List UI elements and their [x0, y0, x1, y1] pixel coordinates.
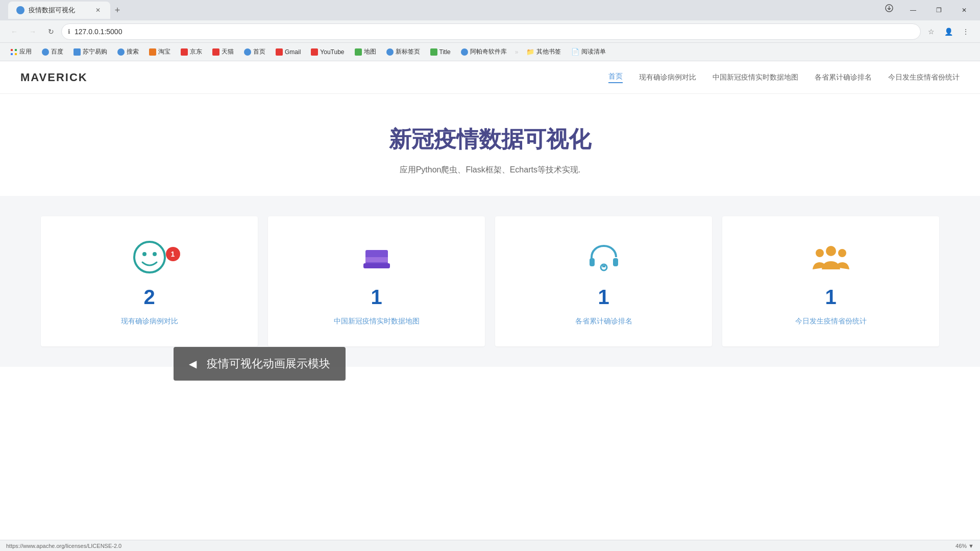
- address-bar[interactable]: ℹ 127.0.0.1:5000: [61, 23, 921, 40]
- bookmark-tianmao[interactable]: 天猫: [208, 45, 238, 58]
- svg-point-5: [134, 242, 165, 272]
- new-tab-button[interactable]: +: [110, 3, 125, 17]
- bookmark-ditu[interactable]: 地图: [351, 45, 380, 58]
- cards-grid: 2 现有确诊病例对比 1: [41, 216, 939, 346]
- bookmark-taobao[interactable]: 淘宝: [145, 45, 175, 58]
- card-ranking-number: 1: [598, 286, 609, 309]
- svg-rect-11: [363, 263, 390, 268]
- bookmark-taobao-label: 淘宝: [158, 47, 170, 56]
- hero-subtitle: 应用Python爬虫、Flask框架、Echarts等技术实现.: [10, 165, 970, 176]
- tab-close-button[interactable]: ✕: [94, 6, 102, 14]
- bookmark-youtube-label: YouTube: [320, 48, 344, 56]
- reload-button[interactable]: ↻: [43, 23, 59, 40]
- status-bar: https://www.apache.org/licenses/LICENSE-…: [0, 540, 980, 551]
- bookmarks-bar: 应用 百度 苏宁易购 搜索 淘宝 京东 天猫 首页 Gmail YouTube …: [0, 43, 980, 61]
- bookmark-search[interactable]: 搜索: [113, 45, 143, 58]
- notification-badge: 1: [166, 247, 180, 261]
- active-tab[interactable]: 疫情数据可视化 ✕: [8, 2, 110, 19]
- status-zoom: 46% ▼: [955, 543, 974, 549]
- bookmark-baidu-label: 百度: [51, 47, 63, 56]
- svg-rect-4: [15, 53, 17, 55]
- bookmark-apps-label: 应用: [19, 47, 32, 56]
- window-controls: — ❐ ✕: [879, 0, 976, 20]
- bookmark-tianmao-label: 天猫: [222, 47, 234, 56]
- bookmark-separator: »: [515, 48, 519, 56]
- card-today-icon: [811, 237, 851, 278]
- svg-rect-12: [590, 258, 595, 266]
- svg-rect-13: [613, 258, 618, 266]
- nav-link-home[interactable]: 首页: [608, 72, 623, 83]
- bookmark-star-button[interactable]: ☆: [923, 23, 939, 40]
- bookmark-newtab[interactable]: 新标签页: [382, 45, 424, 58]
- website-content: MAVERICK 首页 现有确诊病例对比 中国新冠疫情实时数据地图 各省累计确诊…: [0, 61, 980, 533]
- bookmark-title[interactable]: Title: [426, 46, 455, 58]
- bookmark-apps[interactable]: 应用: [6, 45, 36, 58]
- hero-title: 新冠疫情数据可视化: [10, 124, 970, 155]
- bookmark-gmail[interactable]: Gmail: [272, 46, 305, 58]
- card-today-label: 今日发生疫情省份统计: [795, 317, 867, 326]
- card-compare-label: 现有确诊病例对比: [121, 317, 178, 326]
- bookmark-search-label: 搜索: [127, 47, 139, 56]
- maximize-button[interactable]: ❐: [927, 0, 950, 20]
- card-map[interactable]: 1 中国新冠疫情实时数据地图: [268, 216, 485, 346]
- card-today-number: 1: [825, 286, 836, 309]
- card-today[interactable]: 1 今日发生疫情省份统计: [722, 216, 939, 346]
- card-compare[interactable]: 2 现有确诊病例对比 1: [41, 216, 258, 346]
- card-compare-icon: [129, 237, 170, 278]
- card-ranking-icon: [583, 237, 624, 278]
- bookmark-suning-label: 苏宁易购: [83, 47, 107, 56]
- navigation-bar: ← → ↻ ℹ 127.0.0.1:5000 ☆ 👤 ⋮: [0, 20, 980, 43]
- back-button[interactable]: ←: [6, 23, 22, 40]
- site-navigation: MAVERICK 首页 现有确诊病例对比 中国新冠疫情实时数据地图 各省累计确诊…: [0, 61, 980, 94]
- svg-point-6: [142, 252, 146, 256]
- bookmark-gmail-label: Gmail: [285, 48, 301, 56]
- card-map-label: 中国新冠疫情实时数据地图: [334, 317, 420, 326]
- card-compare-number: 2: [143, 286, 155, 309]
- bookmark-other[interactable]: 📁 其他书签: [522, 45, 565, 58]
- card-ranking[interactable]: 1 各省累计确诊排名: [495, 216, 712, 346]
- bookmark-home-label: 首页: [253, 47, 265, 56]
- site-logo: MAVERICK: [20, 71, 88, 84]
- card-ranking-label: 各省累计确诊排名: [575, 317, 632, 326]
- svg-point-7: [153, 252, 157, 256]
- svg-rect-3: [11, 53, 13, 55]
- bookmark-newtab-label: 新标签页: [396, 47, 420, 56]
- tooltip-overlay: ◀ 疫情可视化动画展示模块: [174, 347, 346, 381]
- forward-button[interactable]: →: [24, 23, 41, 40]
- nav-link-compare[interactable]: 现有确诊病例对比: [639, 73, 696, 82]
- bookmark-baidu[interactable]: 百度: [38, 45, 67, 58]
- profile-button[interactable]: 👤: [940, 23, 957, 40]
- nav-link-map[interactable]: 中国新冠疫情实时数据地图: [713, 73, 798, 82]
- tab-favicon: [16, 6, 24, 14]
- tab-title: 疫情数据可视化: [29, 6, 75, 15]
- svg-rect-15: [602, 265, 605, 267]
- bookmark-apachi[interactable]: 阿帕奇软件库: [457, 45, 511, 58]
- tooltip-arrow-icon: ◀: [189, 358, 197, 370]
- svg-rect-2: [15, 49, 17, 51]
- bookmark-jd[interactable]: 京东: [177, 45, 206, 58]
- status-url: https://www.apache.org/licenses/LICENSE-…: [6, 543, 121, 549]
- minimize-button[interactable]: —: [901, 0, 925, 20]
- svg-point-17: [816, 249, 824, 257]
- bookmark-reading-label: 阅读清单: [581, 47, 606, 56]
- cards-section: 2 现有确诊病例对比 1: [0, 196, 980, 367]
- bookmark-youtube[interactable]: YouTube: [307, 46, 348, 58]
- tooltip-text: 疫情可视化动画展示模块: [207, 356, 330, 371]
- bookmark-reading[interactable]: 📄 阅读清单: [567, 45, 610, 58]
- nav-actions: ☆ 👤 ⋮: [923, 23, 974, 40]
- title-bar: 疫情数据可视化 ✕ + — ❐ ✕: [0, 0, 980, 20]
- close-button[interactable]: ✕: [952, 0, 976, 20]
- svg-point-16: [826, 246, 836, 256]
- bookmark-other-label: 其他书签: [536, 47, 561, 56]
- address-text: 127.0.0.1:5000: [75, 28, 122, 36]
- nav-link-today[interactable]: 今日发生疫情省份统计: [888, 73, 960, 82]
- site-nav-links: 首页 现有确诊病例对比 中国新冠疫情实时数据地图 各省累计确诊排名 今日发生疫情…: [608, 72, 960, 83]
- svg-rect-1: [11, 49, 13, 51]
- bookmark-suning[interactable]: 苏宁易购: [69, 45, 111, 58]
- more-options-button[interactable]: ⋮: [958, 23, 974, 40]
- hero-section: 新冠疫情数据可视化 应用Python爬虫、Flask框架、Echarts等技术实…: [0, 94, 980, 196]
- card-map-number: 1: [371, 286, 382, 309]
- download-icon[interactable]: [879, 0, 899, 16]
- nav-link-ranking[interactable]: 各省累计确诊排名: [815, 73, 872, 82]
- bookmark-home[interactable]: 首页: [240, 45, 270, 58]
